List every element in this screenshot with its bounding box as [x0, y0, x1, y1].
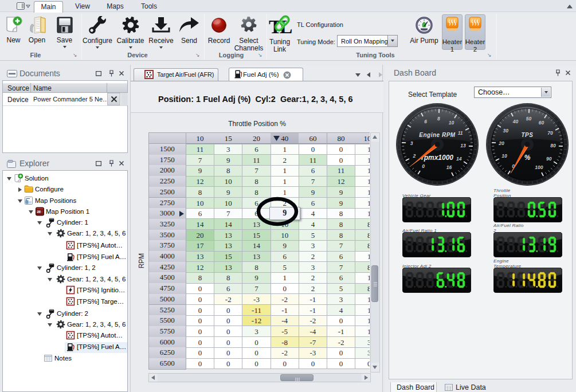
svg-text:90: 90 [546, 156, 552, 162]
svg-text:10: 10 [449, 120, 454, 126]
svg-text:2: 2 [413, 153, 416, 159]
svg-text:3: 3 [410, 140, 413, 146]
svg-text:20: 20 [498, 140, 504, 146]
svg-text:PCV: PCV [37, 211, 41, 213]
svg-text:13: 13 [460, 143, 466, 148]
svg-text:60: 60 [539, 120, 544, 126]
svg-text:TPS: TPS [522, 132, 534, 138]
svg-text:%: % [524, 154, 531, 162]
svg-text:Engine RPM: Engine RPM [419, 132, 456, 138]
svg-text:6: 6 [424, 119, 427, 124]
svg-text:16: 16 [446, 164, 452, 170]
svg-text:14: 14 [456, 156, 462, 162]
svg-text:50: 50 [526, 116, 532, 121]
svg-text:30: 30 [503, 128, 509, 134]
svg-text:70: 70 [547, 130, 553, 136]
svg-text:40: 40 [512, 119, 519, 124]
svg-text:100: 100 [535, 164, 543, 170]
svg-text:8: 8 [437, 116, 440, 121]
svg-text:11: 11 [458, 130, 463, 136]
svg-text:0: 0 [422, 163, 425, 169]
svg-text:10: 10 [501, 153, 507, 159]
svg-text:80: 80 [550, 143, 556, 148]
